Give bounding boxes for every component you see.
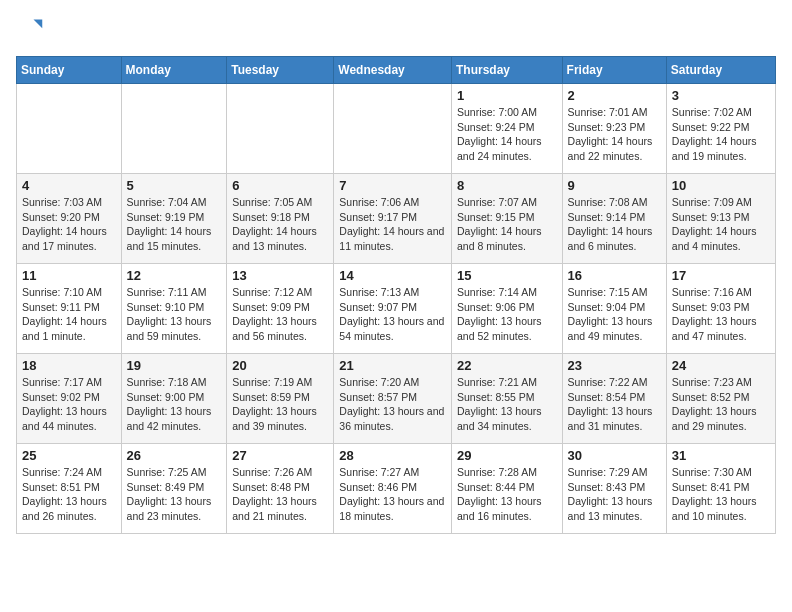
day-number: 7 xyxy=(339,178,446,193)
day-number: 24 xyxy=(672,358,770,373)
day-number: 11 xyxy=(22,268,116,283)
day-number: 16 xyxy=(568,268,661,283)
svg-marker-0 xyxy=(34,20,43,29)
calendar-cell: 4Sunrise: 7:03 AM Sunset: 9:20 PM Daylig… xyxy=(17,174,122,264)
day-info: Sunrise: 7:13 AM Sunset: 9:07 PM Dayligh… xyxy=(339,285,446,344)
weekday-header-monday: Monday xyxy=(121,57,227,84)
calendar-cell: 14Sunrise: 7:13 AM Sunset: 9:07 PM Dayli… xyxy=(334,264,452,354)
calendar-cell: 21Sunrise: 7:20 AM Sunset: 8:57 PM Dayli… xyxy=(334,354,452,444)
day-number: 21 xyxy=(339,358,446,373)
calendar-cell: 8Sunrise: 7:07 AM Sunset: 9:15 PM Daylig… xyxy=(451,174,562,264)
day-info: Sunrise: 7:16 AM Sunset: 9:03 PM Dayligh… xyxy=(672,285,770,344)
calendar-cell: 7Sunrise: 7:06 AM Sunset: 9:17 PM Daylig… xyxy=(334,174,452,264)
day-number: 10 xyxy=(672,178,770,193)
calendar-cell xyxy=(121,84,227,174)
calendar-cell: 11Sunrise: 7:10 AM Sunset: 9:11 PM Dayli… xyxy=(17,264,122,354)
day-number: 5 xyxy=(127,178,222,193)
day-number: 19 xyxy=(127,358,222,373)
calendar-cell: 28Sunrise: 7:27 AM Sunset: 8:46 PM Dayli… xyxy=(334,444,452,534)
calendar-cell: 17Sunrise: 7:16 AM Sunset: 9:03 PM Dayli… xyxy=(666,264,775,354)
day-info: Sunrise: 7:12 AM Sunset: 9:09 PM Dayligh… xyxy=(232,285,328,344)
page-header xyxy=(16,16,776,44)
weekday-header-friday: Friday xyxy=(562,57,666,84)
day-info: Sunrise: 7:11 AM Sunset: 9:10 PM Dayligh… xyxy=(127,285,222,344)
day-info: Sunrise: 7:18 AM Sunset: 9:00 PM Dayligh… xyxy=(127,375,222,434)
calendar-cell: 22Sunrise: 7:21 AM Sunset: 8:55 PM Dayli… xyxy=(451,354,562,444)
day-info: Sunrise: 7:27 AM Sunset: 8:46 PM Dayligh… xyxy=(339,465,446,524)
day-number: 18 xyxy=(22,358,116,373)
day-info: Sunrise: 7:29 AM Sunset: 8:43 PM Dayligh… xyxy=(568,465,661,524)
calendar-cell: 2Sunrise: 7:01 AM Sunset: 9:23 PM Daylig… xyxy=(562,84,666,174)
day-info: Sunrise: 7:19 AM Sunset: 8:59 PM Dayligh… xyxy=(232,375,328,434)
day-number: 22 xyxy=(457,358,557,373)
calendar-cell xyxy=(334,84,452,174)
day-info: Sunrise: 7:24 AM Sunset: 8:51 PM Dayligh… xyxy=(22,465,116,524)
calendar-cell: 18Sunrise: 7:17 AM Sunset: 9:02 PM Dayli… xyxy=(17,354,122,444)
day-number: 14 xyxy=(339,268,446,283)
calendar-cell: 16Sunrise: 7:15 AM Sunset: 9:04 PM Dayli… xyxy=(562,264,666,354)
day-info: Sunrise: 7:06 AM Sunset: 9:17 PM Dayligh… xyxy=(339,195,446,254)
day-info: Sunrise: 7:28 AM Sunset: 8:44 PM Dayligh… xyxy=(457,465,557,524)
day-number: 27 xyxy=(232,448,328,463)
day-info: Sunrise: 7:15 AM Sunset: 9:04 PM Dayligh… xyxy=(568,285,661,344)
day-number: 30 xyxy=(568,448,661,463)
day-info: Sunrise: 7:22 AM Sunset: 8:54 PM Dayligh… xyxy=(568,375,661,434)
day-info: Sunrise: 7:25 AM Sunset: 8:49 PM Dayligh… xyxy=(127,465,222,524)
logo-icon xyxy=(16,16,44,44)
day-number: 1 xyxy=(457,88,557,103)
day-info: Sunrise: 7:02 AM Sunset: 9:22 PM Dayligh… xyxy=(672,105,770,164)
calendar-cell: 5Sunrise: 7:04 AM Sunset: 9:19 PM Daylig… xyxy=(121,174,227,264)
day-number: 17 xyxy=(672,268,770,283)
day-info: Sunrise: 7:26 AM Sunset: 8:48 PM Dayligh… xyxy=(232,465,328,524)
day-info: Sunrise: 7:23 AM Sunset: 8:52 PM Dayligh… xyxy=(672,375,770,434)
logo xyxy=(16,16,48,44)
day-number: 20 xyxy=(232,358,328,373)
day-number: 31 xyxy=(672,448,770,463)
day-number: 8 xyxy=(457,178,557,193)
day-info: Sunrise: 7:05 AM Sunset: 9:18 PM Dayligh… xyxy=(232,195,328,254)
day-info: Sunrise: 7:20 AM Sunset: 8:57 PM Dayligh… xyxy=(339,375,446,434)
calendar-cell: 31Sunrise: 7:30 AM Sunset: 8:41 PM Dayli… xyxy=(666,444,775,534)
day-number: 28 xyxy=(339,448,446,463)
calendar-table: SundayMondayTuesdayWednesdayThursdayFrid… xyxy=(16,56,776,534)
day-number: 25 xyxy=(22,448,116,463)
calendar-cell: 27Sunrise: 7:26 AM Sunset: 8:48 PM Dayli… xyxy=(227,444,334,534)
calendar-cell xyxy=(17,84,122,174)
day-number: 13 xyxy=(232,268,328,283)
day-info: Sunrise: 7:10 AM Sunset: 9:11 PM Dayligh… xyxy=(22,285,116,344)
day-number: 6 xyxy=(232,178,328,193)
day-number: 15 xyxy=(457,268,557,283)
weekday-header-thursday: Thursday xyxy=(451,57,562,84)
day-number: 2 xyxy=(568,88,661,103)
calendar-cell: 6Sunrise: 7:05 AM Sunset: 9:18 PM Daylig… xyxy=(227,174,334,264)
calendar-cell xyxy=(227,84,334,174)
weekday-header-tuesday: Tuesday xyxy=(227,57,334,84)
day-number: 26 xyxy=(127,448,222,463)
calendar-cell: 23Sunrise: 7:22 AM Sunset: 8:54 PM Dayli… xyxy=(562,354,666,444)
day-info: Sunrise: 7:08 AM Sunset: 9:14 PM Dayligh… xyxy=(568,195,661,254)
calendar-cell: 3Sunrise: 7:02 AM Sunset: 9:22 PM Daylig… xyxy=(666,84,775,174)
day-info: Sunrise: 7:01 AM Sunset: 9:23 PM Dayligh… xyxy=(568,105,661,164)
day-number: 9 xyxy=(568,178,661,193)
day-info: Sunrise: 7:00 AM Sunset: 9:24 PM Dayligh… xyxy=(457,105,557,164)
calendar-cell: 19Sunrise: 7:18 AM Sunset: 9:00 PM Dayli… xyxy=(121,354,227,444)
day-info: Sunrise: 7:09 AM Sunset: 9:13 PM Dayligh… xyxy=(672,195,770,254)
calendar-cell: 10Sunrise: 7:09 AM Sunset: 9:13 PM Dayli… xyxy=(666,174,775,264)
day-number: 12 xyxy=(127,268,222,283)
calendar-cell: 24Sunrise: 7:23 AM Sunset: 8:52 PM Dayli… xyxy=(666,354,775,444)
day-info: Sunrise: 7:17 AM Sunset: 9:02 PM Dayligh… xyxy=(22,375,116,434)
day-number: 3 xyxy=(672,88,770,103)
weekday-header-wednesday: Wednesday xyxy=(334,57,452,84)
day-info: Sunrise: 7:03 AM Sunset: 9:20 PM Dayligh… xyxy=(22,195,116,254)
calendar-cell: 26Sunrise: 7:25 AM Sunset: 8:49 PM Dayli… xyxy=(121,444,227,534)
day-info: Sunrise: 7:21 AM Sunset: 8:55 PM Dayligh… xyxy=(457,375,557,434)
day-number: 4 xyxy=(22,178,116,193)
calendar-cell: 30Sunrise: 7:29 AM Sunset: 8:43 PM Dayli… xyxy=(562,444,666,534)
calendar-cell: 15Sunrise: 7:14 AM Sunset: 9:06 PM Dayli… xyxy=(451,264,562,354)
calendar-cell: 20Sunrise: 7:19 AM Sunset: 8:59 PM Dayli… xyxy=(227,354,334,444)
day-number: 29 xyxy=(457,448,557,463)
day-number: 23 xyxy=(568,358,661,373)
day-info: Sunrise: 7:30 AM Sunset: 8:41 PM Dayligh… xyxy=(672,465,770,524)
calendar-cell: 1Sunrise: 7:00 AM Sunset: 9:24 PM Daylig… xyxy=(451,84,562,174)
calendar-cell: 12Sunrise: 7:11 AM Sunset: 9:10 PM Dayli… xyxy=(121,264,227,354)
